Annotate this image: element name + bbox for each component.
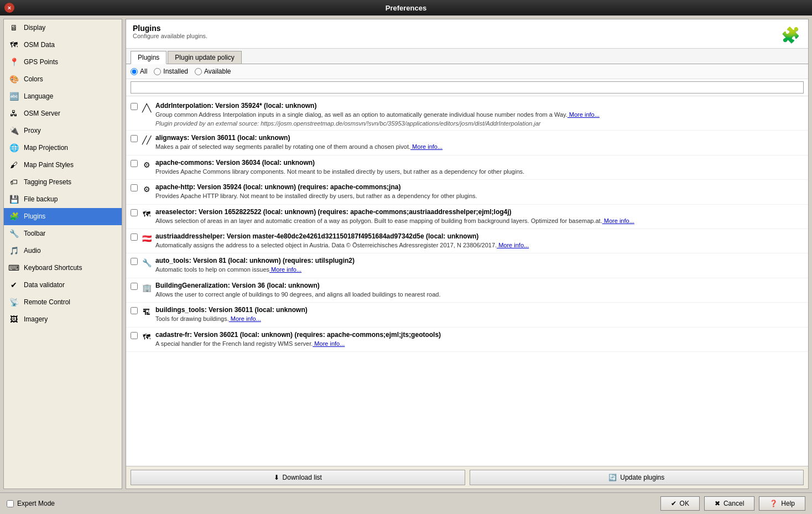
plugin-icon-buildings-tools: 🏗 bbox=[141, 307, 152, 318]
plugin-checkbox-cadastre-fr[interactable] bbox=[131, 332, 138, 339]
plugin-checkbox-alignways[interactable] bbox=[131, 135, 138, 142]
sidebar-item-display[interactable]: 🖥 Display bbox=[4, 19, 122, 37]
plugin-title-areaselector: areaselector: Version 1652822522 (local:… bbox=[155, 208, 804, 216]
plugin-checkbox-apache-commons[interactable] bbox=[131, 160, 138, 167]
cancel-button[interactable]: ✖ Cancel bbox=[704, 496, 754, 511]
plugin-more-info-austriaaddresshelper[interactable]: More info... bbox=[497, 242, 529, 248]
radio-installed[interactable]: Installed bbox=[154, 68, 188, 75]
sidebar-label-display: Display bbox=[24, 24, 45, 32]
sidebar-item-imagery[interactable]: 🖼 Imagery bbox=[4, 311, 122, 328]
sidebar-item-proxy[interactable]: 🔌 Proxy bbox=[4, 122, 122, 139]
sidebar-icon-proxy: 🔌 bbox=[8, 125, 19, 136]
sidebar-item-keyboard-shortcuts[interactable]: ⌨ Keyboard Shortcuts bbox=[4, 259, 122, 277]
sidebar-icon-osm-data: 🗺 bbox=[8, 39, 19, 50]
plugin-desc-cadastre-fr: A special handler for the French land re… bbox=[155, 340, 804, 348]
plugin-desc-addr-interpolation: Group common Address Interpolation input… bbox=[155, 111, 804, 119]
radio-label-available: Available bbox=[204, 68, 231, 75]
download-list-button[interactable]: ⬇ Download list bbox=[131, 470, 465, 485]
plugin-content-austriaaddresshelper: austriaaddresshelper: Version master-4e8… bbox=[155, 232, 804, 250]
sidebar-item-gps-points[interactable]: 📍 GPS Points bbox=[4, 54, 122, 71]
sidebar-label-osm-server: OSM Server bbox=[24, 110, 60, 117]
filter-area: AllInstalledAvailable bbox=[126, 64, 808, 79]
plugin-more-info-alignways[interactable]: More info... bbox=[410, 143, 443, 150]
plugin-more-info-auto-tools[interactable]: More info... bbox=[269, 266, 301, 273]
update-plugins-label: Update plugins bbox=[620, 474, 664, 481]
sidebar-label-map-projection: Map Projection bbox=[24, 144, 68, 152]
sidebar-item-osm-server[interactable]: 🖧 OSM Server bbox=[4, 105, 122, 122]
sidebar-label-data-validator: Data validator bbox=[24, 281, 65, 289]
plugin-checkbox-building-generalization[interactable] bbox=[131, 283, 138, 290]
sidebar-label-tagging-presets: Tagging Presets bbox=[24, 178, 71, 186]
sidebar-item-data-validator[interactable]: ✔ Data validator bbox=[4, 277, 122, 294]
radio-available[interactable]: Available bbox=[195, 68, 231, 75]
plugin-checkbox-austriaaddresshelper[interactable] bbox=[131, 233, 138, 241]
plugin-content-alignways: alignways: Version 36011 (local: unknown… bbox=[155, 134, 804, 151]
download-list-label: Download list bbox=[283, 474, 322, 481]
plugin-item-buildings-tools: 🏗buildings_tools: Version 36011 (local: … bbox=[126, 303, 808, 327]
sidebar-item-colors[interactable]: 🎨 Colors bbox=[4, 71, 122, 88]
panel-header: Plugins Configure available plugins. 🧩 bbox=[126, 19, 808, 49]
sidebar-item-osm-data[interactable]: 🗺 OSM Data bbox=[4, 37, 122, 54]
plugin-desc-apache-http: Provides Apache HTTP library. Not meant … bbox=[155, 192, 804, 200]
plugin-content-buildings-tools: buildings_tools: Version 36011 (local: u… bbox=[155, 306, 804, 323]
plugin-item-areaselector: 🗺areaselector: Version 1652822522 (local… bbox=[126, 205, 808, 229]
plugin-more-info-cadastre-fr[interactable]: More info... bbox=[313, 340, 345, 347]
content-area: 🖥 Display 🗺 OSM Data 📍 GPS Points 🎨 Colo… bbox=[0, 15, 812, 492]
radio-input-available[interactable] bbox=[195, 68, 202, 75]
sidebar-icon-tagging-presets: 🏷 bbox=[8, 176, 19, 188]
tabs-container: PluginsPlugin update policy bbox=[126, 49, 808, 64]
ok-button[interactable]: ✔ OK bbox=[660, 496, 700, 511]
ok-icon: ✔ bbox=[671, 500, 676, 507]
footer-left: Expert Mode bbox=[7, 500, 55, 507]
radio-input-all[interactable] bbox=[131, 68, 138, 75]
panel-title: Plugins bbox=[133, 24, 207, 33]
tab-update-policy[interactable]: Plugin update policy bbox=[168, 51, 241, 64]
close-button[interactable]: × bbox=[4, 3, 14, 13]
plugin-more-info-buildings-tools[interactable]: More info... bbox=[229, 315, 261, 322]
sidebar-label-proxy: Proxy bbox=[24, 127, 41, 134]
plugin-icon-apache-http: ⚙ bbox=[141, 184, 152, 195]
download-icon: ⬇ bbox=[274, 474, 279, 481]
sidebar: 🖥 Display 🗺 OSM Data 📍 GPS Points 🎨 Colo… bbox=[3, 19, 122, 489]
radio-group-filter: AllInstalledAvailable bbox=[131, 68, 231, 75]
plugin-checkbox-apache-http[interactable] bbox=[131, 184, 138, 191]
sidebar-item-language[interactable]: 🔤 Language bbox=[4, 88, 122, 105]
panel-header-icon: 🧩 bbox=[779, 24, 801, 46]
sidebar-item-map-paint-styles[interactable]: 🖌 Map Paint Styles bbox=[4, 157, 122, 174]
plugin-desc-buildings-tools: Tools for drawing buildings. More info..… bbox=[155, 315, 804, 323]
tab-plugins[interactable]: Plugins bbox=[131, 51, 166, 64]
expert-mode-checkbox[interactable] bbox=[7, 500, 14, 507]
plugin-icon-addr-interpolation: ╱╲ bbox=[141, 102, 152, 113]
plugin-content-apache-commons: apache-commons: Version 36034 (local: un… bbox=[155, 159, 804, 176]
plugin-icon-building-generalization: 🏢 bbox=[141, 282, 152, 293]
sidebar-item-file-backup[interactable]: 💾 File backup bbox=[4, 191, 122, 208]
search-input[interactable] bbox=[131, 81, 804, 94]
sidebar-item-map-projection[interactable]: 🌐 Map Projection bbox=[4, 139, 122, 157]
plugin-title-addr-interpolation: AddrInterpolation: Version 35924* (local… bbox=[155, 102, 804, 110]
sidebar-item-plugins[interactable]: 🧩 Plugins bbox=[4, 208, 122, 225]
update-plugins-button[interactable]: 🔄 Update plugins bbox=[470, 470, 804, 485]
plugin-more-info-areaselector[interactable]: More info... bbox=[602, 217, 634, 224]
plugin-item-addr-interpolation: ╱╲AddrInterpolation: Version 35924* (loc… bbox=[126, 98, 808, 131]
plugin-more-info-addr-interpolation[interactable]: More info... bbox=[568, 111, 600, 118]
radio-input-installed[interactable] bbox=[154, 68, 161, 75]
sidebar-icon-data-validator: ✔ bbox=[8, 279, 19, 290]
plugin-checkbox-addr-interpolation[interactable] bbox=[131, 103, 138, 110]
sidebar-item-tagging-presets[interactable]: 🏷 Tagging Presets bbox=[4, 174, 122, 191]
sidebar-icon-toolbar: 🔧 bbox=[8, 228, 19, 239]
plugin-checkbox-areaselector[interactable] bbox=[131, 209, 138, 216]
update-icon: 🔄 bbox=[608, 474, 617, 481]
sidebar-label-map-paint-styles: Map Paint Styles bbox=[24, 161, 74, 169]
plugin-checkbox-buildings-tools[interactable] bbox=[131, 307, 138, 314]
sidebar-icon-display: 🖥 bbox=[8, 22, 19, 33]
plugin-item-apache-commons: ⚙apache-commons: Version 36034 (local: u… bbox=[126, 155, 808, 180]
radio-all[interactable]: All bbox=[131, 68, 147, 75]
help-button[interactable]: ❓ Help bbox=[759, 496, 805, 511]
plugin-title-austriaaddresshelper: austriaaddresshelper: Version master-4e8… bbox=[155, 232, 804, 240]
sidebar-item-toolbar[interactable]: 🔧 Toolbar bbox=[4, 225, 122, 242]
plugin-icon-cadastre-fr: 🗺 bbox=[141, 331, 152, 342]
sidebar-item-remote-control[interactable]: 📡 Remote Control bbox=[4, 294, 122, 311]
sidebar-icon-audio: 🎵 bbox=[8, 245, 19, 256]
sidebar-item-audio[interactable]: 🎵 Audio bbox=[4, 242, 122, 259]
plugin-checkbox-auto-tools[interactable] bbox=[131, 258, 138, 265]
